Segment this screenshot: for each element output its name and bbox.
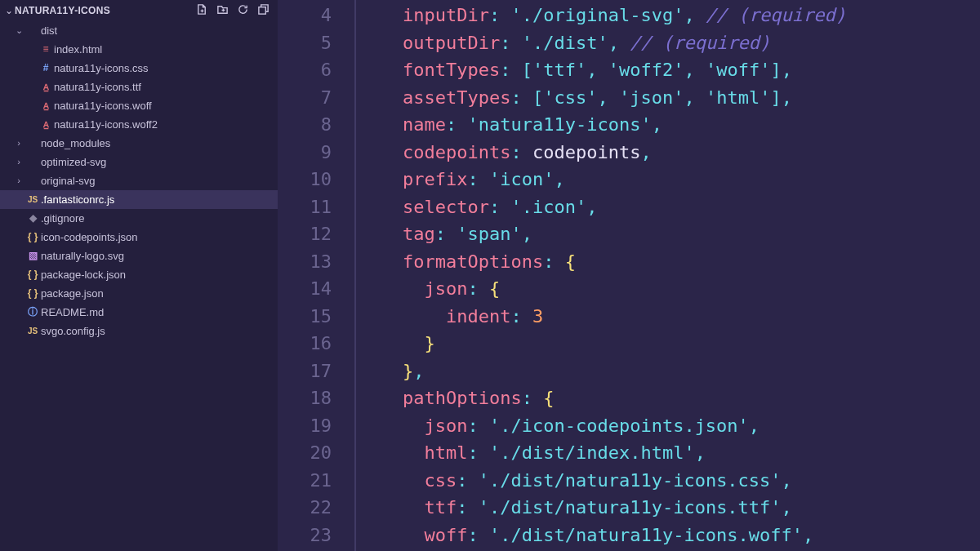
file-item[interactable]: ⓘREADME.md [0,303,278,322]
code-line[interactable]: assetTypes: ['css', 'json', 'html'], [359,84,980,112]
line-number: 16 [278,330,332,358]
line-number: 19 [278,412,332,440]
line-number: 14 [278,275,332,303]
code-line[interactable]: json: { [359,275,980,303]
file-name: natura11y-icons.css [54,59,278,78]
css-icon: # [38,59,54,78]
svg-icon: ▧ [24,247,41,265]
font-icon: A̲ [38,115,54,134]
line-number: 20 [278,439,332,467]
line-number: 15 [278,303,332,331]
code-line[interactable]: formatOptions: { [359,248,980,276]
file-name: naturally-logo.svg [41,247,278,265]
md-icon: ⓘ [24,303,41,322]
chevron-down-icon: ⌄ [3,5,15,16]
file-name: svgo.config.js [41,322,278,340]
chevron-down-icon[interactable]: ⌄ [13,21,24,40]
folder-item[interactable]: ›optimized-svg [0,153,278,171]
file-item[interactable]: { }package.json [0,284,278,303]
code-line[interactable]: ttf: './dist/natura11y-icons.ttf', [359,494,980,522]
file-item[interactable]: #natura11y-icons.css [0,59,278,78]
file-item[interactable]: { }package-lock.json [0,265,278,284]
line-number: 22 [278,494,332,522]
chevron-right-icon[interactable]: › [13,171,24,190]
code-line[interactable]: html: './dist/index.html', [359,439,980,467]
line-number: 6 [278,56,332,84]
folder-item[interactable]: ⌄dist [0,21,278,40]
file-item[interactable]: A̲natura11y-icons.ttf [0,78,278,96]
explorer-header[interactable]: ⌄ NATURA11Y-ICONS [0,0,278,21]
html-icon: ≡ [38,40,54,59]
svg-rect-0 [259,7,265,14]
line-number: 17 [278,358,332,385]
js-icon: JS [24,322,41,340]
file-name: original-svg [41,171,278,190]
file-name: .fantasticonrc.js [41,190,278,209]
code-line[interactable]: }, [359,358,980,385]
line-number: 8 [278,111,332,139]
json-icon: { } [24,228,41,247]
file-item[interactable]: ▧naturally-logo.svg [0,247,278,265]
code-line[interactable]: fontTypes: ['ttf', 'woff2', 'woff'], [359,56,980,84]
folder-item[interactable]: ›node_modules [0,134,278,153]
code-line[interactable]: name: 'natura11y-icons', [359,111,980,139]
font-icon: A̲ [38,78,54,96]
code-line[interactable]: outputDir: './dist', // (required) [359,29,980,57]
file-name: .gitignore [41,209,278,228]
code-line[interactable]: indent: 3 [359,303,980,331]
file-item[interactable]: A̲natura11y-icons.woff2 [0,115,278,134]
line-number: 4 [278,2,332,29]
js-icon: JS [24,190,41,209]
line-number: 13 [278,248,332,276]
code-content[interactable]: inputDir: './original-svg', // (required… [356,0,980,551]
font-icon: A̲ [38,96,54,115]
code-line[interactable]: prefix: 'icon', [359,166,980,193]
file-name: natura11y-icons.ttf [54,78,278,96]
line-number: 10 [278,166,332,193]
file-name: optimized-svg [41,153,278,171]
file-item[interactable]: JS.fantasticonrc.js [0,190,278,209]
file-tree: ⌄dist≡index.html#natura11y-icons.cssA̲na… [0,21,278,340]
file-item[interactable]: ≡index.html [0,40,278,59]
line-number: 11 [278,193,332,221]
line-number: 5 [278,29,332,57]
line-number: 7 [278,84,332,112]
code-line[interactable]: css: './dist/natura11y-icons.css', [359,467,980,495]
file-name: node_modules [41,134,278,153]
chevron-right-icon[interactable]: › [13,134,24,153]
file-name: index.html [54,40,278,59]
line-number: 18 [278,384,332,412]
git-icon: ◆ [24,209,41,228]
file-name: package.json [41,284,278,303]
file-name: package-lock.json [41,265,278,284]
collapse-all-icon[interactable] [257,3,270,18]
code-line[interactable]: } [359,330,980,358]
file-item[interactable]: JSsvgo.config.js [0,322,278,340]
code-line[interactable]: selector: '.icon', [359,193,980,221]
folder-item[interactable]: ›original-svg [0,171,278,190]
file-item[interactable]: ◆.gitignore [0,209,278,228]
json-icon: { } [24,265,41,284]
file-name: natura11y-icons.woff [54,96,278,115]
explorer-title: NATURA11Y-ICONS [15,5,196,16]
chevron-right-icon[interactable]: › [13,153,24,171]
file-item[interactable]: { }icon-codepoints.json [0,228,278,247]
explorer-actions [196,3,273,18]
new-file-icon[interactable] [196,3,208,18]
file-name: dist [41,21,278,40]
code-line[interactable]: json: './icon-codepoints.json', [359,412,980,440]
code-line[interactable]: codepoints: codepoints, [359,139,980,167]
refresh-icon[interactable] [237,3,249,18]
file-name: icon-codepoints.json [41,228,278,247]
new-folder-icon[interactable] [216,3,229,18]
code-editor[interactable]: 4567891011121314151617181920212223 input… [278,0,980,551]
code-line[interactable]: inputDir: './original-svg', // (required… [359,2,980,29]
code-line[interactable]: pathOptions: { [359,384,980,412]
file-name: natura11y-icons.woff2 [54,115,278,134]
code-line[interactable]: woff: './dist/natura11y-icons.woff', [359,522,980,549]
json-icon: { } [24,284,41,303]
code-line[interactable]: tag: 'span', [359,220,980,248]
explorer-sidebar: ⌄ NATURA11Y-ICONS ⌄dist≡index.html#natur… [0,0,278,551]
line-number: 23 [278,522,332,549]
file-item[interactable]: A̲natura11y-icons.woff [0,96,278,115]
